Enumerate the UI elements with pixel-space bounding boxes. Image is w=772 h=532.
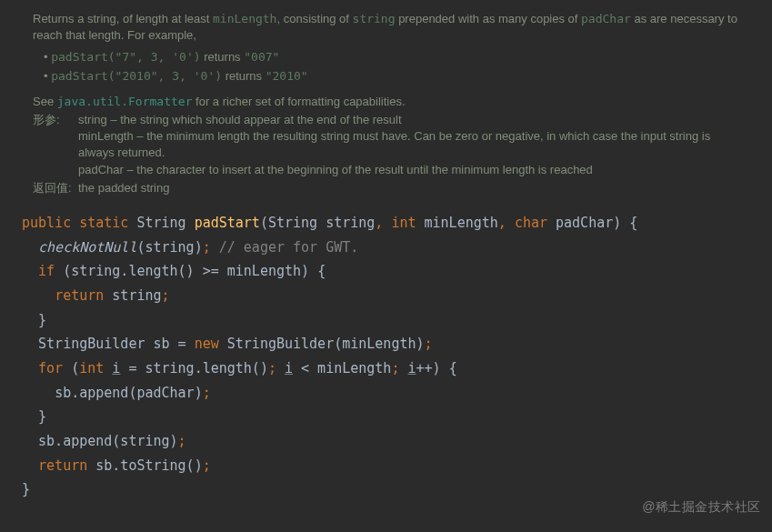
- desc-text: prepended with as many copies of: [396, 12, 582, 25]
- keyword-public: public: [22, 215, 71, 231]
- desc-code-minlength: minLength: [213, 12, 276, 25]
- param-name: padChar: [556, 215, 613, 231]
- example-result: "007": [244, 50, 279, 64]
- brace-close: }: [38, 312, 46, 328]
- param-name: minLength: [425, 215, 498, 231]
- brace-open: {: [449, 360, 457, 376]
- paren: ): [433, 360, 441, 376]
- example-list: padStart("7", 3, '0') returns "007" padS…: [33, 49, 739, 84]
- type: StringBuilder: [38, 336, 145, 352]
- paren-open: (: [63, 263, 71, 279]
- ctor: StringBuilder: [227, 336, 334, 352]
- example-item: padStart("7", 3, '0') returns "007": [44, 49, 739, 65]
- see-prefix: See: [33, 95, 57, 108]
- desc-text: Returns a string, of length at least: [33, 12, 213, 25]
- semicolon: ;: [203, 239, 211, 256]
- var-i: i: [407, 360, 416, 376]
- example-text: returns: [201, 50, 245, 64]
- keyword-new: new: [195, 336, 219, 352]
- return-expr: sb.toString(): [95, 457, 202, 474]
- paren-open: (: [260, 215, 268, 231]
- param-string: string – the string which should appear …: [78, 112, 739, 128]
- keyword-for: for: [38, 360, 63, 376]
- semicolon: ;: [203, 385, 211, 401]
- params-label: 形参:: [33, 112, 75, 178]
- param-type: String: [268, 215, 317, 231]
- method-name: padStart: [195, 215, 260, 231]
- watermark: @稀土掘金技术社区: [642, 499, 761, 516]
- javadoc-block: Returns a string, of length at least min…: [0, 0, 772, 206]
- desc-text: , consisting of: [276, 12, 352, 25]
- paren-close: ): [301, 263, 309, 279]
- expr: minLength: [227, 263, 301, 279]
- comment: // eager for GWT.: [219, 239, 359, 256]
- return-label: 返回值:: [33, 180, 75, 196]
- see-link[interactable]: java.util.Formatter: [57, 95, 193, 108]
- semicolon: ;: [391, 360, 399, 376]
- brace-open: {: [317, 263, 326, 279]
- paren: (: [71, 360, 79, 376]
- op: >=: [195, 263, 227, 279]
- code-editor[interactable]: public static String padStart(String str…: [0, 206, 772, 502]
- init: = string.length(): [120, 360, 268, 376]
- paren: (: [334, 336, 342, 352]
- paren: ): [416, 336, 425, 352]
- brace-close: }: [38, 408, 46, 425]
- brace-open: {: [629, 215, 637, 231]
- param-padchar: padChar – the character to insert at the…: [78, 162, 739, 178]
- var-i: i: [285, 360, 293, 376]
- expr: string.length(): [71, 263, 194, 279]
- keyword-return: return: [55, 287, 104, 304]
- stmt: sb.append(padChar): [55, 385, 203, 401]
- cond: < minLength: [293, 360, 391, 376]
- keyword-static: static: [79, 215, 128, 231]
- comma: ,: [498, 215, 506, 231]
- semicolon: ;: [268, 360, 276, 376]
- eq: =: [170, 336, 195, 352]
- semicolon: ;: [162, 287, 170, 304]
- var-name: sb: [154, 336, 170, 352]
- example-code: padStart("2010", 3, '0'): [51, 69, 222, 83]
- keyword-int: int: [79, 360, 104, 376]
- see-also-line: See java.util.Formatter for a richer set…: [33, 94, 739, 110]
- paren: ): [195, 239, 203, 256]
- return-value: the padded string: [75, 180, 739, 196]
- javadoc-description: Returns a string, of length at least min…: [33, 11, 739, 44]
- semicolon: ;: [178, 433, 186, 449]
- example-text: returns: [222, 69, 266, 83]
- example-code: padStart("7", 3, '0'): [51, 50, 200, 64]
- method-call: checkNotNull: [38, 239, 136, 256]
- keyword-if: if: [38, 263, 55, 279]
- see-suffix: for a richer set of formatting capabilit…: [192, 95, 405, 108]
- type-string: String: [136, 215, 185, 231]
- desc-code-padchar: padChar: [581, 12, 631, 25]
- example-result: "2010": [266, 69, 308, 83]
- brace-close: }: [22, 481, 30, 497]
- example-item: padStart("2010", 3, '0') returns "2010": [44, 68, 739, 85]
- param-minlength: minLength – the minimum length the resul…: [78, 128, 739, 161]
- return-row: 返回值: the padded string: [33, 180, 739, 196]
- return-val: string: [112, 287, 161, 304]
- param-name: string: [326, 215, 375, 231]
- keyword-return: return: [38, 457, 87, 474]
- desc-code-string: string: [353, 12, 396, 25]
- paren-close: ): [613, 215, 621, 231]
- arg: string: [145, 239, 194, 256]
- params-row: 形参: string – the string which should app…: [33, 112, 739, 178]
- semicolon: ;: [425, 336, 433, 352]
- stmt: sb.append(string): [38, 433, 178, 449]
- comma: ,: [375, 215, 383, 231]
- arg: minLength: [342, 336, 416, 352]
- keyword-char: char: [515, 215, 547, 231]
- inc: ++: [416, 360, 433, 376]
- semicolon: ;: [203, 457, 211, 474]
- params-body: string – the string which should appear …: [75, 112, 739, 178]
- keyword-int: int: [391, 215, 416, 231]
